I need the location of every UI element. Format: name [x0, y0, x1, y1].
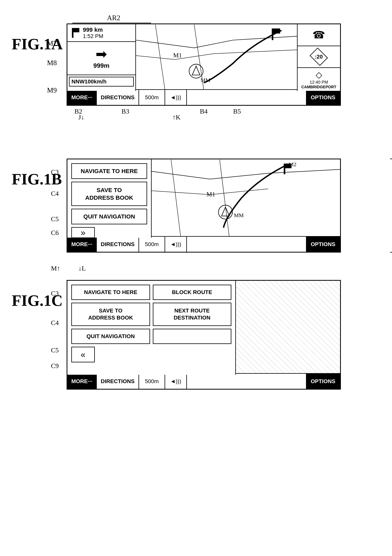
- direction-box: ➡ 999m: [67, 42, 135, 75]
- scale-indicator-1b: 500m: [139, 237, 165, 252]
- c3-label-1c: C3: [51, 290, 59, 297]
- volume-button-1c[interactable]: ◄))): [165, 374, 187, 389]
- mm-annotation-1a: MM: [201, 77, 210, 83]
- scale-indicator: 500m: [139, 90, 165, 105]
- svg-line-15: [210, 173, 268, 179]
- fig1c-menu-panel: NAVIGATE TO HERE BLOCK ROUTE SAVE TOADDR…: [67, 281, 236, 375]
- location-value: CAMBRIDGEPORT: [301, 85, 336, 89]
- fig1a-left-panel: 999 km 1:52 PM ➡ 999m NNW100km/h: [67, 24, 136, 91]
- fig1b-screen: NAVIGATE TO HERE SAVE TOADDRESS BOOK QUI…: [67, 159, 341, 253]
- mm-annotation-1b: MM: [234, 212, 244, 218]
- svg-marker-22: [222, 207, 229, 216]
- svg-line-2: [136, 40, 194, 48]
- volume-button[interactable]: ◄))): [165, 90, 187, 105]
- options-button[interactable]: OPTIONS: [306, 90, 340, 105]
- c9-label-1c: C9: [51, 362, 59, 370]
- options-button-1c[interactable]: OPTIONS: [306, 374, 340, 389]
- flag-icon: [70, 28, 80, 38]
- m1-annotation-1a: M1: [173, 52, 182, 59]
- m9-annotation: M9: [47, 86, 57, 94]
- svg-line-18: [210, 189, 268, 195]
- b3-label: B3: [121, 108, 129, 115]
- map-area-1b: M1 MM M2: [152, 159, 340, 238]
- m2-inner-1b: M2: [289, 161, 296, 168]
- options-button-1b[interactable]: OPTIONS: [306, 237, 340, 252]
- directions-button-1c[interactable]: DIRECTIONS: [97, 374, 139, 389]
- c5-label-1c: C5: [51, 347, 59, 354]
- phone-icon: ☎: [313, 29, 325, 41]
- m8-annotation: M8: [47, 59, 57, 67]
- j-arrow: J↓: [78, 114, 84, 121]
- fig1c-screen: NAVIGATE TO HERE BLOCK ROUTE SAVE TOADDR…: [67, 280, 341, 390]
- svg-line-5: [136, 56, 175, 60]
- volume-button-1b[interactable]: ◄))): [165, 237, 187, 252]
- fig1a-toolbar: MORE··· DIRECTIONS 500m ◄))) OPTIONS: [67, 89, 340, 105]
- svg-line-7: [213, 50, 297, 54]
- svg-line-16: [268, 169, 340, 173]
- more-button-1c[interactable]: MORE···: [67, 374, 97, 389]
- quit-btn-1c[interactable]: QUIT NAVIGATION: [71, 329, 150, 344]
- time-value: 1:52 PM: [83, 33, 103, 39]
- directions-button-1b[interactable]: DIRECTIONS: [97, 237, 139, 252]
- svg-line-3: [194, 40, 233, 48]
- more-button-1b[interactable]: MORE···: [67, 237, 97, 252]
- c5-label-1b: C5: [51, 215, 59, 223]
- svg-line-19: [171, 160, 181, 238]
- speed-limit-box: :20: [298, 46, 340, 68]
- svg-marker-11: [192, 66, 200, 75]
- map-svg-1b: [152, 159, 340, 238]
- more-button[interactable]: MORE···: [67, 90, 97, 105]
- quit-btn-1b[interactable]: QUIT NAVIGATION: [71, 209, 147, 224]
- fig1b-menu-panel: NAVIGATE TO HERE SAVE TOADDRESS BOOK QUI…: [67, 159, 152, 238]
- navigate-btn-1b[interactable]: NAVIGATE TO HERE: [71, 163, 147, 179]
- b5-label: B5: [233, 108, 241, 115]
- phone-box: ☎: [298, 24, 340, 46]
- distance-time-box: 999 km 1:52 PM: [67, 24, 135, 42]
- map-svg-1a: [136, 24, 297, 91]
- b4-label: B4: [200, 108, 208, 115]
- next-route-btn[interactable]: NEXT ROUTEDESTINATION: [153, 303, 232, 326]
- n-brace: [390, 159, 392, 253]
- fig1a-right-panel: ☎ :20 ◇ 12:40 PM CAMBRIDGEPORT: [297, 24, 340, 91]
- directions-button[interactable]: DIRECTIONS: [97, 90, 139, 105]
- fig1b-toolbar: MORE··· DIRECTIONS 500m ◄))) OPTIONS: [67, 236, 340, 252]
- c6-label-1b: C6: [51, 229, 59, 237]
- m-label-1b: M↑: [51, 265, 60, 272]
- map-area-1c: [236, 281, 340, 375]
- c4-label-1b: C4: [51, 190, 59, 197]
- m1-annotation-1b: M1: [206, 191, 215, 198]
- fig1c-toolbar: MORE··· DIRECTIONS 500m ◄))) OPTIONS: [67, 373, 340, 389]
- distance-value: 999 km: [83, 26, 103, 33]
- l-label-1b: ↓L: [78, 265, 86, 272]
- time-bottom: 12:40 PM: [310, 80, 328, 85]
- speed-box: NNW100km/h: [69, 77, 134, 86]
- save-btn-1b[interactable]: SAVE TOADDRESS BOOK: [71, 182, 147, 206]
- empty-btn-1c: [153, 329, 232, 344]
- scale-indicator-1c: 500m: [139, 374, 165, 389]
- m7-annotation: M7: [47, 39, 57, 47]
- map-area: M1 MM: [136, 24, 297, 91]
- c4-label-1c: C4: [51, 319, 59, 326]
- c3-label-1b: C3: [51, 168, 59, 176]
- arrow-dist-value: 999m: [94, 62, 110, 69]
- svg-line-17: [152, 191, 210, 195]
- block-route-btn[interactable]: BLOCK ROUTE: [153, 285, 232, 300]
- fig1a-screen: 999 km 1:52 PM ➡ 999m NNW100km/h: [67, 23, 341, 106]
- svg-line-14: [152, 171, 210, 179]
- chevron-back-btn[interactable]: «: [71, 347, 95, 362]
- chevron-btn-1b[interactable]: »: [71, 227, 95, 238]
- compass-box: ◇ 12:40 PM CAMBRIDGEPORT: [298, 68, 340, 91]
- k-arrow: ↑K: [172, 114, 181, 121]
- navigate-btn-1c[interactable]: NAVIGATE TO HERE: [71, 285, 150, 300]
- save-btn-1c[interactable]: SAVE TOADDRESS BOOK: [71, 303, 150, 326]
